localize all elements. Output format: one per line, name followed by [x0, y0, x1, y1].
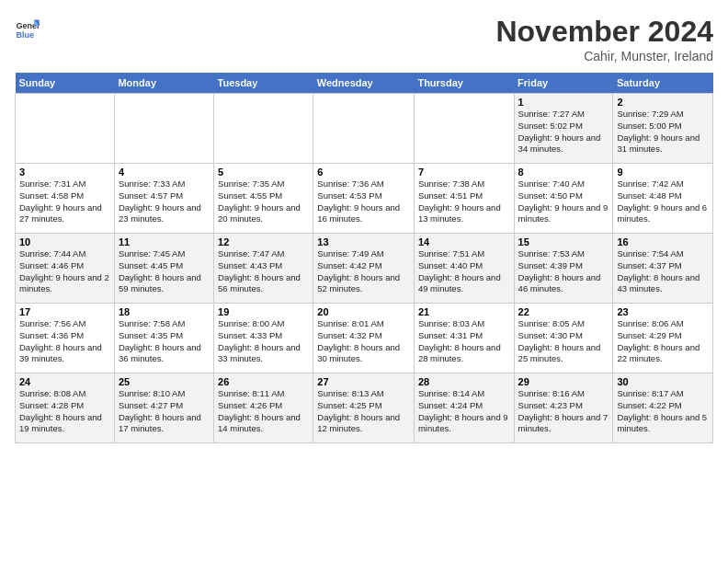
day-cell: 20Sunrise: 8:01 AM Sunset: 4:32 PM Dayli…: [313, 304, 415, 373]
day-cell: 7Sunrise: 7:38 AM Sunset: 4:51 PM Daylig…: [414, 164, 514, 234]
day-number: 2: [617, 97, 709, 108]
day-number: 23: [617, 306, 709, 317]
week-row-0: 1Sunrise: 7:27 AM Sunset: 5:02 PM Daylig…: [16, 94, 713, 164]
subtitle: Cahir, Munster, Ireland: [495, 49, 713, 63]
day-cell: 15Sunrise: 7:53 AM Sunset: 4:39 PM Dayli…: [514, 234, 613, 304]
col-monday: Monday: [114, 73, 213, 94]
day-number: 19: [218, 306, 309, 317]
day-cell: 5Sunrise: 7:35 AM Sunset: 4:55 PM Daylig…: [214, 164, 313, 234]
title-block: November 2024 Cahir, Munster, Ireland: [495, 15, 713, 63]
day-cell: 8Sunrise: 7:40 AM Sunset: 4:50 PM Daylig…: [514, 164, 613, 234]
day-number: 25: [119, 376, 210, 387]
day-cell: 17Sunrise: 7:56 AM Sunset: 4:36 PM Dayli…: [16, 304, 115, 373]
day-number: 10: [19, 236, 110, 247]
col-tuesday: Tuesday: [214, 73, 313, 94]
week-row-4: 24Sunrise: 8:08 AM Sunset: 4:28 PM Dayli…: [16, 373, 713, 443]
day-info: Sunrise: 8:13 AM Sunset: 4:25 PM Dayligh…: [317, 388, 410, 435]
page: General Blue November 2024 Cahir, Munste…: [0, 0, 728, 563]
day-cell: [114, 94, 213, 164]
day-number: 30: [617, 376, 709, 387]
day-number: 26: [218, 376, 309, 387]
day-info: Sunrise: 8:00 AM Sunset: 4:33 PM Dayligh…: [218, 318, 309, 365]
day-info: Sunrise: 7:33 AM Sunset: 4:57 PM Dayligh…: [119, 178, 210, 225]
header: General Blue November 2024 Cahir, Munste…: [15, 15, 713, 63]
day-cell: 9Sunrise: 7:42 AM Sunset: 4:48 PM Daylig…: [613, 164, 713, 234]
day-cell: 1Sunrise: 7:27 AM Sunset: 5:02 PM Daylig…: [514, 94, 613, 164]
day-cell: 10Sunrise: 7:44 AM Sunset: 4:46 PM Dayli…: [16, 234, 115, 304]
day-number: 3: [19, 167, 110, 178]
day-cell: 23Sunrise: 8:06 AM Sunset: 4:29 PM Dayli…: [613, 304, 713, 373]
week-row-1: 3Sunrise: 7:31 AM Sunset: 4:58 PM Daylig…: [16, 164, 713, 234]
day-info: Sunrise: 8:06 AM Sunset: 4:29 PM Dayligh…: [617, 318, 709, 365]
day-info: Sunrise: 8:03 AM Sunset: 4:31 PM Dayligh…: [418, 318, 510, 365]
day-cell: 11Sunrise: 7:45 AM Sunset: 4:45 PM Dayli…: [114, 234, 213, 304]
day-cell: 29Sunrise: 8:16 AM Sunset: 4:23 PM Dayli…: [514, 373, 613, 443]
day-info: Sunrise: 8:05 AM Sunset: 4:30 PM Dayligh…: [518, 318, 609, 365]
day-info: Sunrise: 7:45 AM Sunset: 4:45 PM Dayligh…: [119, 248, 210, 295]
day-cell: 13Sunrise: 7:49 AM Sunset: 4:42 PM Dayli…: [313, 234, 415, 304]
day-cell: 12Sunrise: 7:47 AM Sunset: 4:43 PM Dayli…: [214, 234, 313, 304]
day-number: 22: [518, 306, 609, 317]
day-info: Sunrise: 8:01 AM Sunset: 4:32 PM Dayligh…: [317, 318, 410, 365]
day-info: Sunrise: 8:14 AM Sunset: 4:24 PM Dayligh…: [418, 388, 510, 435]
day-number: 13: [317, 236, 410, 247]
logo: General Blue: [15, 15, 40, 40]
day-info: Sunrise: 7:47 AM Sunset: 4:43 PM Dayligh…: [218, 248, 309, 295]
day-info: Sunrise: 7:51 AM Sunset: 4:40 PM Dayligh…: [418, 248, 510, 295]
day-info: Sunrise: 8:16 AM Sunset: 4:23 PM Dayligh…: [518, 388, 609, 435]
day-info: Sunrise: 7:31 AM Sunset: 4:58 PM Dayligh…: [19, 178, 110, 225]
day-cell: 26Sunrise: 8:11 AM Sunset: 4:26 PM Dayli…: [214, 373, 313, 443]
day-cell: 2Sunrise: 7:29 AM Sunset: 5:00 PM Daylig…: [613, 94, 713, 164]
day-cell: 18Sunrise: 7:58 AM Sunset: 4:35 PM Dayli…: [114, 304, 213, 373]
day-cell: 19Sunrise: 8:00 AM Sunset: 4:33 PM Dayli…: [214, 304, 313, 373]
day-cell: 24Sunrise: 8:08 AM Sunset: 4:28 PM Dayli…: [16, 373, 115, 443]
day-info: Sunrise: 7:42 AM Sunset: 4:48 PM Dayligh…: [617, 178, 709, 225]
col-saturday: Saturday: [613, 73, 713, 94]
col-thursday: Thursday: [414, 73, 514, 94]
day-number: 11: [119, 236, 210, 247]
day-info: Sunrise: 7:27 AM Sunset: 5:02 PM Dayligh…: [518, 109, 609, 155]
day-number: 24: [19, 376, 110, 387]
day-number: 7: [418, 167, 510, 178]
day-number: 5: [218, 167, 309, 178]
day-info: Sunrise: 7:40 AM Sunset: 4:50 PM Dayligh…: [518, 178, 609, 225]
day-number: 29: [518, 376, 609, 387]
col-wednesday: Wednesday: [313, 73, 415, 94]
day-info: Sunrise: 8:11 AM Sunset: 4:26 PM Dayligh…: [218, 388, 309, 435]
day-number: 6: [317, 167, 410, 178]
day-number: 4: [119, 167, 210, 178]
day-cell: 4Sunrise: 7:33 AM Sunset: 4:57 PM Daylig…: [114, 164, 213, 234]
day-info: Sunrise: 8:17 AM Sunset: 4:22 PM Dayligh…: [617, 388, 709, 435]
day-info: Sunrise: 8:10 AM Sunset: 4:27 PM Dayligh…: [119, 388, 210, 435]
col-friday: Friday: [514, 73, 613, 94]
day-number: 9: [617, 167, 709, 178]
day-info: Sunrise: 7:38 AM Sunset: 4:51 PM Dayligh…: [418, 178, 510, 225]
day-number: 28: [418, 376, 510, 387]
day-cell: 22Sunrise: 8:05 AM Sunset: 4:30 PM Dayli…: [514, 304, 613, 373]
day-info: Sunrise: 7:35 AM Sunset: 4:55 PM Dayligh…: [218, 178, 309, 225]
day-info: Sunrise: 7:36 AM Sunset: 4:53 PM Dayligh…: [317, 178, 410, 225]
day-cell: 25Sunrise: 8:10 AM Sunset: 4:27 PM Dayli…: [114, 373, 213, 443]
week-row-2: 10Sunrise: 7:44 AM Sunset: 4:46 PM Dayli…: [16, 234, 713, 304]
day-cell: 28Sunrise: 8:14 AM Sunset: 4:24 PM Dayli…: [414, 373, 514, 443]
main-title: November 2024: [495, 15, 713, 49]
day-cell: 14Sunrise: 7:51 AM Sunset: 4:40 PM Dayli…: [414, 234, 514, 304]
day-info: Sunrise: 7:44 AM Sunset: 4:46 PM Dayligh…: [19, 248, 110, 295]
day-info: Sunrise: 7:29 AM Sunset: 5:00 PM Dayligh…: [617, 109, 709, 155]
day-info: Sunrise: 7:58 AM Sunset: 4:35 PM Dayligh…: [119, 318, 210, 365]
day-info: Sunrise: 7:49 AM Sunset: 4:42 PM Dayligh…: [317, 248, 410, 295]
day-number: 12: [218, 236, 309, 247]
day-cell: 3Sunrise: 7:31 AM Sunset: 4:58 PM Daylig…: [16, 164, 115, 234]
week-row-3: 17Sunrise: 7:56 AM Sunset: 4:36 PM Dayli…: [16, 304, 713, 373]
day-info: Sunrise: 8:08 AM Sunset: 4:28 PM Dayligh…: [19, 388, 110, 435]
svg-text:Blue: Blue: [16, 30, 34, 40]
day-cell: [16, 94, 115, 164]
day-info: Sunrise: 7:54 AM Sunset: 4:37 PM Dayligh…: [617, 248, 709, 295]
day-cell: [313, 94, 415, 164]
day-number: 15: [518, 236, 609, 247]
day-number: 14: [418, 236, 510, 247]
day-number: 18: [119, 306, 210, 317]
day-cell: 30Sunrise: 8:17 AM Sunset: 4:22 PM Dayli…: [613, 373, 713, 443]
day-cell: 16Sunrise: 7:54 AM Sunset: 4:37 PM Dayli…: [613, 234, 713, 304]
calendar-table: Sunday Monday Tuesday Wednesday Thursday…: [15, 73, 713, 443]
